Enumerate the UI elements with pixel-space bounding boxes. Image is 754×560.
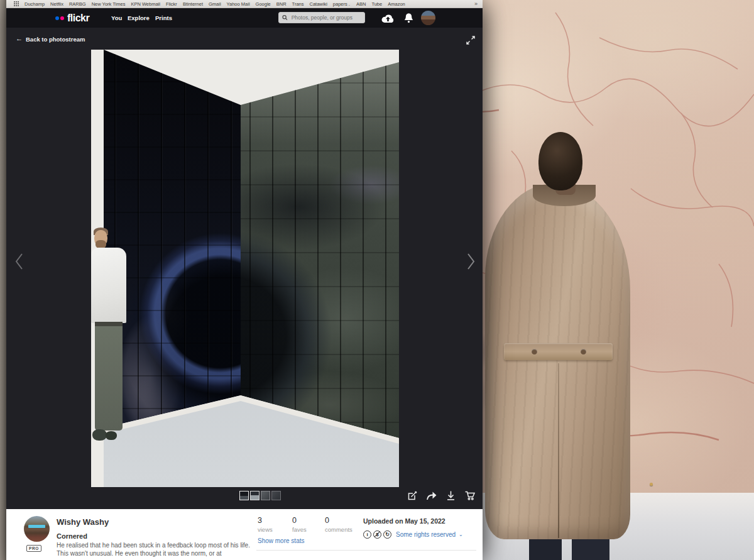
share-icon[interactable] [426, 490, 437, 501]
stat-faves-label: faves [292, 526, 307, 533]
license-chevron-down-icon: ⌄ [459, 532, 463, 537]
stat-comments-value: 0 [325, 516, 352, 525]
thumbnail[interactable] [271, 491, 281, 500]
photo-info-panel: PRO Wishy Washy Cornered He realised tha… [6, 509, 483, 560]
flickr-logo-text: flickr [67, 13, 89, 24]
stat-views-value: 3 [258, 516, 273, 525]
stat-views-label: views [258, 526, 273, 533]
nav-prints[interactable]: Prints [155, 14, 172, 21]
search-input[interactable] [290, 14, 361, 21]
wall-pin [650, 483, 653, 486]
edit-icon[interactable] [407, 490, 418, 501]
bookmark-item[interactable]: Netflix [50, 1, 63, 7]
bookmark-item[interactable]: New York Times [92, 1, 126, 7]
bookmark-item[interactable]: Duchamp [25, 1, 45, 7]
next-photo-arrow[interactable] [466, 253, 476, 270]
bookmarks-overflow-icon[interactable]: » [474, 1, 478, 7]
chevron-down-icon: ⌄ [348, 3, 351, 6]
photo-description: He realised that he had been stuck in a … [57, 542, 260, 558]
flickr-blue-dot-icon [55, 16, 59, 20]
photo-stage: ← Back to photostream [6, 28, 483, 509]
visitor-coat-belt [504, 343, 613, 360]
flickr-logo[interactable]: flickr [55, 13, 89, 24]
user-avatar[interactable] [421, 11, 435, 25]
cart-icon[interactable] [464, 490, 476, 501]
bookmark-item[interactable]: KPN Webmail [131, 1, 160, 7]
license-row[interactable]: i $ ↻ Some rights reserved ⌄ [363, 530, 463, 539]
notifications-bell-icon[interactable] [404, 13, 413, 23]
upload-cloud-icon[interactable] [381, 13, 395, 23]
bookmark-item[interactable]: Btinternet [183, 1, 203, 7]
bookmark-item[interactable]: Flickr [166, 1, 177, 7]
visitor-coat-seam [558, 363, 559, 538]
previous-photo-arrow[interactable] [14, 253, 24, 270]
photo-man-trousers [95, 326, 123, 431]
stat-comments-label: comments [325, 526, 352, 533]
bookmark-folder-papers[interactable]: papers⌄ [333, 1, 351, 7]
cc-attribution-icon: i [363, 530, 371, 539]
fullscreen-expand-icon[interactable] [466, 35, 476, 45]
thumbnail[interactable] [250, 491, 260, 500]
uploaded-date: Uploaded on May 15, 2022 [363, 517, 445, 525]
pro-badge: PRO [26, 545, 41, 552]
cc-sharealike-icon: ↻ [383, 530, 391, 539]
coat-belt-button [532, 349, 537, 354]
photo-man-shoe [92, 429, 107, 441]
photo-title: Cornered [57, 532, 87, 540]
cc-noncommercial-icon: $ [373, 530, 381, 539]
search-box [278, 12, 365, 23]
bookmark-item[interactable]: RARBG [69, 1, 86, 7]
flickr-header: flickr You Explore Prints [6, 8, 483, 28]
coat-belt-button [581, 349, 586, 354]
bookmark-item[interactable]: Trans [292, 1, 304, 7]
browser-window: Duchamp Netflix RARBG New York Times KPN… [6, 0, 483, 560]
nav-you[interactable]: You [111, 14, 122, 21]
thumbnail[interactable] [261, 491, 270, 500]
bookmark-item[interactable]: Google [256, 1, 271, 7]
filmstrip-thumbnails [239, 491, 281, 500]
bookmark-item[interactable]: Amazon [388, 1, 405, 7]
owner-name[interactable]: Wishy Washy [57, 517, 109, 527]
photo-man-tshirt [91, 248, 126, 323]
bookmark-item[interactable]: BNR [276, 1, 287, 7]
bookmark-item[interactable]: Tube [371, 1, 382, 7]
photo-actions [407, 490, 476, 501]
stat-faves-value: 0 [292, 516, 307, 525]
stat-views: 3 views [258, 516, 273, 533]
bookmark-item[interactable]: ABN [356, 1, 366, 7]
flickr-pink-dot-icon [60, 16, 64, 20]
stat-comments: 0 comments [325, 516, 352, 533]
stat-faves: 0 faves [292, 516, 307, 533]
bookmarks-grid-icon[interactable] [14, 1, 19, 6]
bookmark-item[interactable]: Gmail [209, 1, 221, 7]
main-photo[interactable] [91, 50, 399, 487]
footer-divider [256, 550, 476, 551]
visitor-head [538, 132, 582, 190]
back-to-photostream-link[interactable]: Back to photostream [26, 36, 85, 43]
bookmark-item[interactable]: Yahoo Mail [227, 1, 250, 7]
avatar-sunglasses [28, 525, 45, 528]
photo-man-shoe [106, 431, 117, 440]
bookmark-item[interactable]: Catawiki [309, 1, 327, 7]
thumbnail-current[interactable] [239, 491, 249, 500]
owner-avatar[interactable] [24, 516, 50, 542]
nav-explore[interactable]: Explore [128, 14, 150, 21]
photo-left-edge-strip [0, 0, 6, 560]
license-label[interactable]: Some rights reserved [396, 531, 456, 538]
show-more-stats-link[interactable]: Show more stats [258, 537, 304, 544]
bookmarks-bar: Duchamp Netflix RARBG New York Times KPN… [6, 0, 483, 8]
download-icon[interactable] [445, 490, 456, 501]
back-arrow-icon: ← [16, 35, 23, 42]
bookmark-folder-label: papers [333, 1, 347, 7]
search-icon [282, 14, 288, 21]
